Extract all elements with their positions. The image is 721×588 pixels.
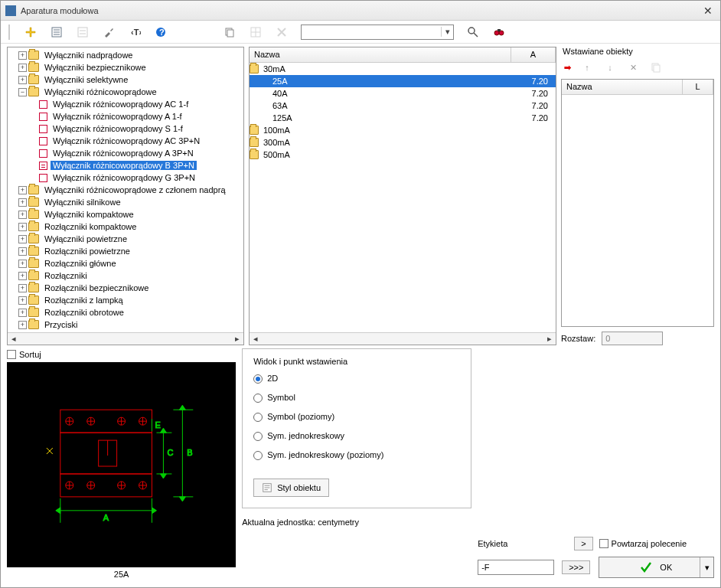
binoculars-icon[interactable] bbox=[492, 25, 506, 39]
folder-icon bbox=[250, 138, 259, 147]
tree-row[interactable]: Wyłącznik różnicowoprądowy S 1-f bbox=[8, 122, 243, 135]
insert-col-name[interactable]: Nazwa bbox=[562, 80, 683, 94]
tree-row[interactable]: +Rozłączniki z lampką bbox=[8, 294, 243, 306]
tree-row[interactable]: +Rozłączniki kompaktowe bbox=[8, 220, 243, 233]
tree-row[interactable]: +Wyłączniki powietrzne bbox=[8, 233, 243, 245]
tree-row[interactable]: +Wyłączniki nadprądowe bbox=[8, 49, 243, 61]
list-row[interactable]: 125A7.20 bbox=[250, 112, 556, 124]
tree-row[interactable]: +Wyłączniki różnicowoprądowe z członem n… bbox=[8, 184, 243, 196]
expand-icon[interactable]: + bbox=[18, 309, 27, 317]
tree-row[interactable]: +Rozłączniki powietrzne bbox=[8, 245, 243, 257]
svg-rect-22 bbox=[60, 410, 152, 433]
tree-row[interactable]: +Rozłączniki obrotowe bbox=[8, 306, 243, 318]
folder-icon bbox=[28, 51, 39, 60]
copy-icon[interactable] bbox=[223, 25, 237, 39]
text-icon[interactable]: ‹T› bbox=[128, 25, 142, 39]
tree-row[interactable]: Wyłącznik różnicowoprądowy B 3P+N bbox=[8, 159, 243, 172]
list-hscroll[interactable]: ◂▸ bbox=[250, 332, 556, 345]
grid-icon bbox=[249, 25, 263, 39]
expand-icon[interactable]: + bbox=[18, 321, 27, 329]
list-row[interactable]: 25A7.20 bbox=[250, 75, 556, 87]
tree-row[interactable]: −Wyłączniki różnicowoprądowe bbox=[8, 86, 243, 98]
item-list[interactable]: Nazwa A 30mA25A7.2040A7.2063A7.20125A7.2… bbox=[249, 47, 556, 345]
tree-row[interactable]: Wyłącznik różnicowoprądowy G 3P+N bbox=[8, 172, 243, 184]
list-group-label: 500mA bbox=[262, 150, 556, 159]
tree-row[interactable]: +Wyłączniki bezpiecznikowe bbox=[8, 61, 243, 74]
list-group[interactable]: 500mA bbox=[250, 149, 556, 161]
insert-col-l[interactable]: L bbox=[683, 80, 713, 94]
expand-icon[interactable]: + bbox=[18, 260, 27, 268]
list-group[interactable]: 100mA bbox=[250, 124, 556, 136]
help-icon[interactable]: ? bbox=[154, 25, 168, 39]
expand-icon[interactable]: + bbox=[18, 272, 27, 280]
expand-icon[interactable]: + bbox=[18, 198, 27, 207]
tree-row[interactable]: +Rozłączniki bezpiecznikowe bbox=[8, 282, 243, 294]
list-row[interactable]: 40A7.20 bbox=[250, 87, 556, 100]
repeat-label: Powtarzaj polecenie bbox=[612, 539, 687, 548]
expand-icon bbox=[29, 174, 38, 182]
tree-row[interactable]: +Przyciski bbox=[8, 318, 243, 331]
tree-row[interactable]: +Wyłączniki silnikowe bbox=[8, 196, 243, 208]
tree-row[interactable]: +Wyłączniki kompaktowe bbox=[8, 208, 243, 220]
svg-rect-4 bbox=[78, 28, 87, 37]
svg-text:A: A bbox=[103, 513, 109, 522]
search-dropdown[interactable]: ▾ bbox=[301, 24, 454, 40]
tree-label: Rozłączniki powietrzne bbox=[42, 247, 132, 256]
expand-icon[interactable]: + bbox=[18, 186, 27, 194]
chevron-down-icon[interactable]: ▾ bbox=[441, 27, 453, 37]
tree-row[interactable]: Wyłącznik różnicowoprądowy A 1-f bbox=[8, 110, 243, 122]
tree-label: Wyłącznik różnicowoprądowy A 1-f bbox=[51, 112, 184, 121]
expand-icon[interactable]: + bbox=[18, 211, 27, 219]
tree-label: Wyłącznik różnicowoprądowy AC 1-f bbox=[51, 100, 191, 109]
expand-icon[interactable]: + bbox=[18, 76, 27, 84]
tree-row[interactable]: +Wyłączniki selektywne bbox=[8, 74, 243, 86]
ok-button[interactable]: OK ▾ bbox=[599, 557, 714, 578]
item-icon bbox=[39, 113, 47, 121]
insert-arrow-icon[interactable]: ➡ bbox=[564, 63, 571, 73]
add-icon[interactable] bbox=[24, 25, 38, 39]
tree-row[interactable]: Wyłącznik różnicowoprądowy AC 3P+N bbox=[8, 135, 243, 147]
preview-caption: 25A bbox=[7, 567, 236, 581]
radio-sym1h[interactable] bbox=[253, 451, 263, 460]
tree-row[interactable]: Wyłącznik różnicowoprądowy AC 1-f bbox=[8, 98, 243, 110]
list-row[interactable]: 63A7.20 bbox=[250, 100, 556, 112]
etykieta-input[interactable] bbox=[478, 560, 554, 575]
list-group-label: 30mA bbox=[262, 64, 556, 74]
move-up-icon: ↑ bbox=[580, 60, 594, 74]
expand-icon[interactable]: + bbox=[18, 235, 27, 243]
col-name[interactable]: Nazwa bbox=[250, 47, 511, 62]
expand-icon[interactable]: + bbox=[18, 296, 27, 305]
radio-2d[interactable] bbox=[253, 374, 263, 384]
etykieta-label: Etykieta bbox=[478, 539, 507, 548]
radio-symbol[interactable] bbox=[253, 394, 263, 403]
search-icon[interactable] bbox=[466, 25, 480, 39]
tree-label: Rozłączniki kompaktowe bbox=[42, 222, 139, 231]
properties-icon[interactable] bbox=[50, 25, 64, 39]
etykieta-more-button[interactable]: >>> bbox=[562, 560, 590, 574]
tree-row[interactable]: +Rozłączniki bbox=[8, 270, 243, 282]
insert-list[interactable]: Nazwa L bbox=[561, 79, 714, 327]
close-button[interactable]: ✕ bbox=[700, 5, 716, 17]
ok-dropdown[interactable]: ▾ bbox=[700, 557, 713, 577]
tools-icon[interactable] bbox=[102, 25, 116, 39]
expand-icon[interactable]: + bbox=[18, 51, 27, 60]
tree-row[interactable]: Wyłącznik różnicowoprądowy A 3P+N bbox=[8, 147, 243, 159]
repeat-checkbox[interactable] bbox=[599, 539, 608, 548]
style-button[interactable]: Styl obiektu bbox=[253, 479, 329, 497]
expand-icon[interactable]: + bbox=[18, 223, 27, 231]
expand-icon[interactable]: + bbox=[18, 247, 27, 256]
etykieta-gt-button[interactable]: > bbox=[574, 537, 592, 550]
expand-icon[interactable]: + bbox=[18, 284, 27, 292]
list-group[interactable]: 30mA bbox=[250, 63, 556, 75]
radio-symbol-h[interactable] bbox=[253, 413, 263, 422]
sort-checkbox[interactable] bbox=[7, 350, 16, 359]
col-a[interactable]: A bbox=[511, 47, 556, 62]
remove-icon: ✕ bbox=[626, 60, 640, 74]
tree-row[interactable]: +Rozłączniki główne bbox=[8, 257, 243, 270]
tree-hscroll[interactable]: ◂▸ bbox=[8, 332, 243, 345]
radio-sym1[interactable] bbox=[253, 432, 263, 441]
list-group[interactable]: 300mA bbox=[250, 136, 556, 149]
expand-icon[interactable]: + bbox=[18, 64, 27, 72]
expand-icon[interactable]: − bbox=[18, 88, 27, 96]
category-tree[interactable]: +Wyłączniki nadprądowe+Wyłączniki bezpie… bbox=[7, 47, 244, 345]
